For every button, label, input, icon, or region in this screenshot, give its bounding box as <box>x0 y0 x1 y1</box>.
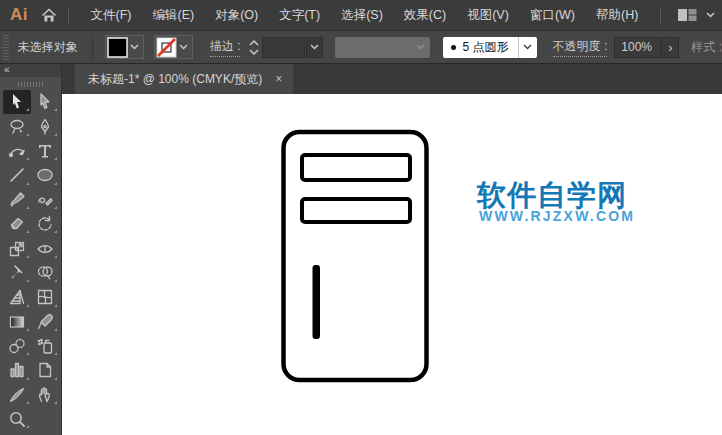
opacity-value[interactable]: 100% <box>615 40 661 54</box>
menu-view[interactable]: 视图(V) <box>460 0 516 30</box>
width-tool-icon <box>35 239 55 259</box>
main-menus: 文件(F) 编辑(E) 对象(O) 文字(T) 选择(S) 效果(C) 视图(V… <box>80 0 649 30</box>
menu-window[interactable]: 窗口(W) <box>523 0 582 30</box>
brush-preset-label: 5 点圆形 <box>463 39 509 56</box>
tool-shaper[interactable] <box>31 188 59 212</box>
tool-rotate[interactable] <box>31 212 59 236</box>
tool-direct-selection[interactable] <box>31 90 59 114</box>
tower-drive-bay-2[interactable] <box>302 199 410 222</box>
tools-panel-grip[interactable] <box>18 82 44 87</box>
tool-shape-builder[interactable] <box>31 261 59 285</box>
tool-lasso[interactable] <box>3 114 31 138</box>
chevron-down-icon <box>179 44 188 50</box>
menu-help[interactable]: 帮助(H) <box>589 0 645 30</box>
stroke-weight-input[interactable] <box>262 37 305 58</box>
chevron-down-icon <box>310 44 319 50</box>
style-label: 样式 : <box>691 39 722 56</box>
column-graph-tool-icon <box>7 360 27 380</box>
tool-eyedropper[interactable] <box>31 310 59 334</box>
shaper-tool-icon <box>35 190 55 210</box>
tool-mesh[interactable] <box>31 285 59 309</box>
stroke-color-control[interactable] <box>154 35 193 59</box>
control-bar: 未选择对象 描边 : <box>0 30 722 64</box>
panel-grip[interactable] <box>3 34 9 60</box>
tool-line-segment[interactable] <box>3 163 31 187</box>
home-icon <box>41 8 57 23</box>
controlbar-divider <box>92 35 93 59</box>
shape-builder-tool-icon <box>35 263 55 283</box>
eyedropper-tool-icon <box>35 312 55 332</box>
menu-file[interactable]: 文件(F) <box>84 0 139 30</box>
artboard-tool-icon <box>35 360 55 380</box>
tool-width[interactable] <box>31 236 59 260</box>
tool-scale[interactable] <box>3 236 31 260</box>
chevron-down-icon <box>706 12 715 18</box>
direct-selection-tool-icon <box>35 92 55 112</box>
tool-paintbrush[interactable] <box>3 188 31 212</box>
tool-symbol-sprayer[interactable] <box>31 334 59 358</box>
brush-preview-dot <box>451 45 456 50</box>
stroke-weight-dropdown[interactable] <box>306 37 324 58</box>
opacity-label[interactable]: 不透明度 : <box>553 38 608 57</box>
tools-panel-header[interactable]: « <box>0 64 61 77</box>
hand-tool-icon <box>35 385 55 405</box>
tool-gradient[interactable] <box>3 310 31 334</box>
canvas-area[interactable]: 软件自学网 WWW.RJZXW.COM <box>62 94 722 435</box>
lasso-tool-icon <box>7 117 27 137</box>
tower-drive-bay-1[interactable] <box>302 155 410 180</box>
menu-edit[interactable]: 编辑(E) <box>145 0 201 30</box>
home-button[interactable] <box>41 8 57 23</box>
opacity-expander[interactable]: › <box>661 38 678 57</box>
brush-definition-dropdown[interactable]: 5 点圆形 <box>443 37 537 58</box>
zoom-tool-icon <box>7 409 27 429</box>
fill-color-control[interactable] <box>105 35 144 59</box>
collapse-panel-icon: « <box>4 64 10 75</box>
document-tab[interactable]: 未标题-1* @ 100% (CMYK/预览) × <box>75 64 293 94</box>
illustrator-window: Ai 文件(F) 编辑(E) 对象(O) 文字(T) 选择(S) 效果(C) 视… <box>0 0 722 435</box>
menu-effect[interactable]: 效果(C) <box>397 0 453 30</box>
tool-type[interactable] <box>31 139 59 163</box>
tool-zoom[interactable] <box>3 407 31 431</box>
tool-knife[interactable] <box>3 383 31 407</box>
fill-swatch-black <box>107 37 128 58</box>
menu-type[interactable]: 文字(T) <box>272 0 327 30</box>
perspective-grid-tool-icon <box>7 287 27 307</box>
tool-selection[interactable] <box>3 90 31 114</box>
selection-tool-icon <box>7 92 27 112</box>
tool-artboard[interactable] <box>31 358 59 382</box>
stepper-up-icon <box>249 40 259 46</box>
stroke-weight-stepper[interactable] <box>247 36 260 58</box>
pen-tool-icon <box>35 117 55 137</box>
tower-vent-bar[interactable] <box>313 265 321 339</box>
tool-column-graph[interactable] <box>3 358 31 382</box>
tool-pen[interactable] <box>31 114 59 138</box>
tool-curvature[interactable] <box>3 139 31 163</box>
tab-close-icon[interactable]: × <box>275 73 282 85</box>
computer-tower-artwork[interactable] <box>62 94 722 435</box>
symbol-sprayer-tool-icon <box>35 336 55 356</box>
chevron-down-icon <box>523 44 532 50</box>
document-tab-bar: 未标题-1* @ 100% (CMYK/预览) × <box>62 64 722 94</box>
paintbrush-tool-icon <box>7 190 27 210</box>
stroke-swatch-none <box>156 37 177 58</box>
workspace-switcher-button[interactable] <box>678 8 715 22</box>
scale-tool-icon <box>7 239 27 259</box>
tool-ellipse[interactable] <box>31 163 59 187</box>
stroke-weight-label[interactable]: 描边 : <box>210 38 241 57</box>
tool-perspective-grid[interactable] <box>3 285 31 309</box>
tool-hand[interactable] <box>31 383 59 407</box>
knife-tool-icon <box>7 385 27 405</box>
menubar-divider <box>660 7 661 24</box>
menu-select[interactable]: 选择(S) <box>334 0 390 30</box>
rotate-tool-icon <box>35 214 55 234</box>
tool-eraser[interactable] <box>3 212 31 236</box>
menubar-divider <box>68 7 69 24</box>
opacity-control[interactable]: 100% › <box>614 37 679 58</box>
tool-blend[interactable] <box>3 334 31 358</box>
tool-puppet-warp[interactable] <box>3 261 31 285</box>
menu-object[interactable]: 对象(O) <box>208 0 265 30</box>
watermark-url: WWW.RJZXW.COM <box>479 208 635 224</box>
eraser-tool-icon <box>7 214 27 234</box>
mesh-tool-icon <box>35 287 55 307</box>
stepper-down-icon <box>249 49 259 55</box>
